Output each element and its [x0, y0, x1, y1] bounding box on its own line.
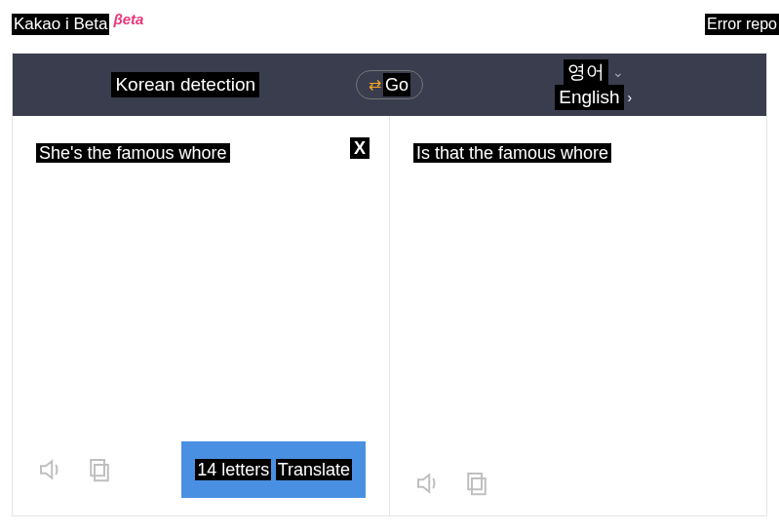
brand-text: Kakao i Beta: [12, 14, 109, 35]
speaker-icon: [413, 469, 443, 498]
clear-button[interactable]: X: [350, 137, 370, 159]
copy-source-button[interactable]: [85, 455, 114, 484]
speak-target-button[interactable]: [413, 469, 443, 498]
speaker-icon: [36, 455, 65, 484]
target-language-en: English: [555, 85, 623, 110]
chevron-down-icon: ⌄: [612, 64, 624, 80]
translation-main: She's the famous whore X 1: [13, 116, 766, 515]
chevron-right-icon: ›: [628, 90, 633, 105]
target-footer: [413, 469, 743, 498]
language-bar: Korean detection ⇄ Go 영어 ⌄ English ›: [13, 54, 766, 116]
speak-source-button[interactable]: [36, 455, 65, 484]
error-report-link[interactable]: Error repo: [705, 14, 779, 35]
target-language-selector[interactable]: 영어 ⌄ English ›: [421, 59, 767, 110]
svg-rect-2: [472, 478, 486, 494]
translate-button[interactable]: 14 letters Translate: [181, 441, 366, 498]
svg-rect-1: [91, 460, 104, 475]
brand-beta-badge: βeta: [113, 11, 143, 27]
source-footer: 14 letters Translate: [36, 441, 366, 498]
swap-icon: ⇄: [369, 77, 381, 93]
svg-rect-0: [95, 465, 108, 480]
source-language-label: Korean detection: [111, 72, 259, 97]
char-count: 14 letters: [195, 459, 271, 480]
svg-rect-3: [468, 474, 482, 489]
translate-label: Translate: [276, 459, 352, 480]
copy-target-button[interactable]: [462, 469, 491, 498]
brand[interactable]: Kakao i Beta βeta: [12, 14, 143, 35]
source-text[interactable]: She's the famous whore: [36, 143, 230, 163]
copy-icon: [462, 469, 491, 498]
source-language-selector[interactable]: Korean detection: [13, 72, 359, 97]
target-language-native: 영어: [564, 59, 608, 85]
target-text: Is that the famous whore: [413, 143, 611, 163]
swap-label: Go: [383, 73, 410, 96]
swap-languages-button[interactable]: ⇄ Go: [356, 70, 423, 99]
target-column: Is that the famous whore: [390, 116, 766, 515]
source-column: She's the famous whore X 1: [13, 116, 390, 515]
copy-icon: [85, 455, 114, 484]
translate-panel: Korean detection ⇄ Go 영어 ⌄ English › She…: [12, 53, 767, 516]
